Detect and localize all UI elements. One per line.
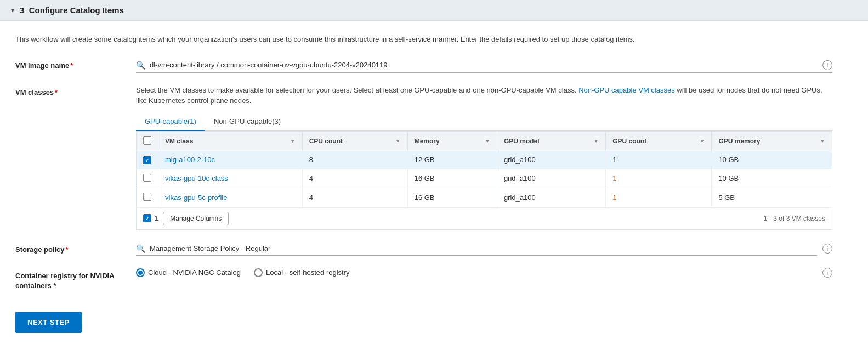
gpu-model-cell-2: grid_a100 [497, 188, 605, 207]
step-number: 3 [20, 5, 24, 15]
vm-image-input[interactable] [150, 61, 817, 69]
vm-class-filter-icon[interactable]: ▼ [290, 138, 296, 144]
tab-non-gpu-capable[interactable]: Non-GPU-capable(3) [205, 113, 290, 131]
footer-checkbox-count: 1 [143, 214, 158, 222]
gpu-memory-cell-1: 10 GB [712, 169, 832, 188]
vm-classes-label: VM classes* [15, 85, 136, 96]
gpu-memory-cell-0: 10 GB [712, 151, 832, 169]
th-cpu-count: CPU count ▼ [302, 131, 407, 151]
gpu-count-filter-icon[interactable]: ▼ [699, 138, 705, 144]
vm-classes-table: VM class ▼ CPU count ▼ [136, 131, 832, 208]
tab-gpu-capable[interactable]: GPU-capable(1) [136, 113, 205, 131]
memory-cell-1: 16 GB [407, 169, 497, 188]
vm-image-row: VM image name* 🔍 i [15, 58, 853, 73]
header-bar: ▾ 3 Configure Catalog Items [0, 0, 868, 21]
manage-columns-button[interactable]: Manage Columns [163, 212, 229, 225]
cpu-count-cell-1: 4 [302, 169, 407, 188]
next-step-button[interactable]: NEXT STEP [15, 312, 82, 333]
vm-image-label: VM image name* [15, 58, 136, 70]
table-header-row: VM class ▼ CPU count ▼ [137, 131, 832, 151]
main-content: This workflow will create some catalog i… [0, 21, 868, 346]
cpu-filter-icon[interactable]: ▼ [395, 138, 401, 144]
footer-left: 1 Manage Columns [143, 212, 229, 225]
storage-input-wrapper: 🔍 i [136, 242, 832, 256]
radio-cloud-label: Cloud - NVIDIA NGC Catalog [148, 268, 241, 277]
vm-class-name-2[interactable]: vikas-gpu-5c-profile [165, 193, 227, 202]
storage-policy-label: Storage policy* [15, 242, 136, 254]
non-gpu-link[interactable]: Non-GPU capable VM classes [578, 86, 675, 94]
vm-classes-row: VM classes* Select the VM classes to mak… [15, 85, 853, 230]
selected-count: 1 [155, 214, 158, 222]
storage-policy-info-icon[interactable]: i [822, 244, 832, 254]
container-registry-row: Container registry for NVIDIA containers… [15, 268, 853, 291]
radio-cloud[interactable]: Cloud - NVIDIA NGC Catalog [136, 268, 241, 277]
radio-local-label: Local - self-hosted registry [266, 268, 349, 277]
registry-radio-group: Cloud - NVIDIA NGC Catalog Local - self-… [136, 268, 350, 277]
gpu-model-cell-1: grid_a100 [497, 169, 605, 188]
gpu-model-filter-icon[interactable]: ▼ [593, 138, 599, 144]
container-registry-required: * [53, 281, 56, 290]
page-wrapper: ▾ 3 Configure Catalog Items This workflo… [0, 0, 868, 362]
vm-image-field: 🔍 i [136, 58, 853, 73]
container-registry-label: Container registry for NVIDIA containers… [15, 268, 136, 291]
vm-classes-field: Select the VM classes to make available … [136, 85, 832, 230]
vm-image-input-wrapper: 🔍 i [136, 58, 832, 73]
search-icon: 🔍 [136, 61, 145, 70]
th-vm-class: VM class ▼ [158, 131, 303, 151]
radio-field-wrapper: Cloud - NVIDIA NGC Catalog Local - self-… [136, 268, 832, 278]
table-row: vikas-gpu-10c-class416 GBgrid_a100110 GB [137, 169, 832, 188]
vm-classes-tabs: GPU-capable(1) Non-GPU-capable(3) [136, 113, 832, 131]
next-step-wrapper: NEXT STEP [15, 303, 853, 333]
description-text: This workflow will create some catalog i… [15, 34, 728, 45]
gpu-model-cell-0: grid_a100 [497, 151, 605, 169]
th-select [137, 131, 158, 151]
registry-info-wrapper: i [817, 268, 832, 278]
table-row: vikas-gpu-5c-profile416 GBgrid_a10015 GB [137, 188, 832, 207]
table-footer: 1 Manage Columns 1 - 3 of 3 VM classes [136, 208, 832, 230]
storage-policy-required: * [66, 245, 69, 254]
vm-classes-required: * [55, 88, 58, 96]
row-checkbox-1[interactable] [143, 174, 151, 182]
vm-image-required: * [70, 61, 73, 70]
storage-policy-input-wrapper: 🔍 [136, 242, 817, 256]
radio-local[interactable]: Local - self-hosted registry [254, 268, 349, 277]
row-checkbox-2[interactable] [143, 193, 151, 201]
storage-policy-field: 🔍 i [136, 242, 853, 256]
radio-local-circle[interactable] [254, 268, 263, 277]
gpu-count-cell-1: 1 [606, 169, 712, 188]
row-checkbox-0[interactable] [143, 156, 151, 164]
pagination-text: 1 - 3 of 3 VM classes [764, 215, 825, 222]
cpu-count-cell-0: 8 [302, 151, 407, 169]
storage-policy-input[interactable] [150, 244, 817, 252]
storage-policy-row: Storage policy* 🔍 i [15, 242, 853, 256]
step-chevron: ▾ [11, 7, 14, 14]
th-gpu-model: GPU model ▼ [497, 131, 605, 151]
container-registry-field: Cloud - NVIDIA NGC Catalog Local - self-… [136, 268, 853, 278]
table-row: mig-a100-2-10c812 GBgrid_a100110 GB [137, 151, 832, 169]
memory-cell-2: 16 GB [407, 188, 497, 207]
footer-checkbox[interactable] [143, 214, 151, 222]
vm-class-name-1[interactable]: vikas-gpu-10c-class [165, 174, 228, 182]
container-registry-info-icon[interactable]: i [822, 268, 832, 278]
select-all-checkbox[interactable] [143, 136, 151, 145]
th-memory: Memory ▼ [407, 131, 497, 151]
vm-classes-description: Select the VM classes to make available … [136, 85, 832, 106]
gpu-count-cell-0: 1 [606, 151, 712, 169]
step-title: Configure Catalog Items [29, 5, 124, 15]
storage-search-icon: 🔍 [136, 244, 145, 253]
gpu-count-cell-2: 1 [606, 188, 712, 207]
vm-image-info-icon[interactable]: i [822, 60, 832, 70]
radio-cloud-circle[interactable] [136, 268, 145, 277]
page-title: 3 Configure Catalog Items [20, 5, 124, 15]
cpu-count-cell-2: 4 [302, 188, 407, 207]
th-gpu-count: GPU count ▼ [606, 131, 712, 151]
memory-cell-0: 12 GB [407, 151, 497, 169]
gpu-memory-cell-2: 5 GB [712, 188, 832, 207]
gpu-memory-filter-icon[interactable]: ▼ [820, 138, 825, 144]
th-gpu-memory: GPU memory ▼ [712, 131, 832, 151]
memory-filter-icon[interactable]: ▼ [485, 138, 490, 144]
vm-class-name-0[interactable]: mig-a100-2-10c [165, 156, 215, 164]
